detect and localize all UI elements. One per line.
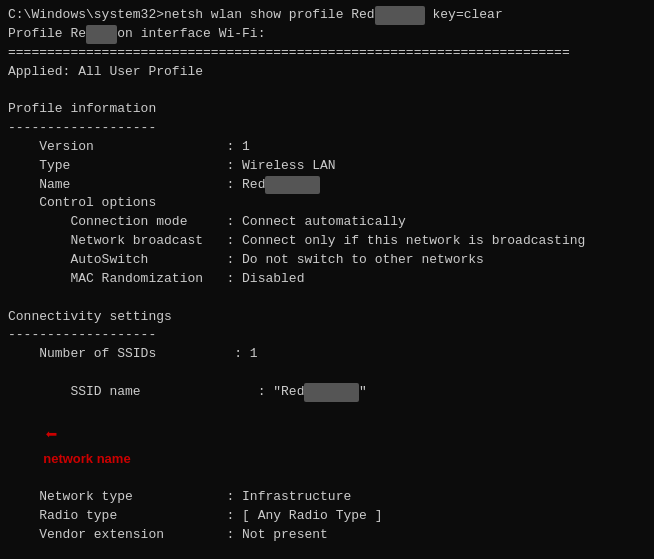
command-line: C:\Windows\system32>netsh wlan show prof… xyxy=(8,6,646,25)
separator-line-1: ========================================… xyxy=(8,44,646,63)
blank3 xyxy=(8,545,646,559)
vendor-ext-line: Vendor extension : Not present xyxy=(8,526,646,545)
profile-text2: on interface Wi-Fi: xyxy=(117,26,265,41)
redacted-profile xyxy=(86,25,117,44)
ssid-text2: " xyxy=(359,384,367,399)
control-options-line: Control options xyxy=(8,194,646,213)
name-line: Name : Red xyxy=(8,176,646,195)
terminal-window: C:\Windows\system32>netsh wlan show prof… xyxy=(0,0,654,559)
profile-line: Profile Re on interface Wi-Fi: xyxy=(8,25,646,44)
blank1 xyxy=(8,81,646,100)
type-line: Type : Wireless LAN xyxy=(8,157,646,176)
network-broadcast-line: Network broadcast : Connect only if this… xyxy=(8,232,646,251)
autoswitch-line: AutoSwitch : Do not switch to other netw… xyxy=(8,251,646,270)
name-text: Name : Red xyxy=(8,177,265,192)
mac-random-line: MAC Randomization : Disabled xyxy=(8,270,646,289)
num-ssids-line: Number of SSIDs : 1 xyxy=(8,345,646,364)
version-line: Version : 1 xyxy=(8,138,646,157)
blank2 xyxy=(8,289,646,308)
ssid-name-line: SSID name : "Red " ⬅ network name xyxy=(8,364,646,488)
redacted-ssid xyxy=(304,383,359,402)
network-arrow-icon: ⬅ xyxy=(45,424,57,447)
applied-line: Applied: All User Profile xyxy=(8,63,646,82)
network-name-annotation: network name xyxy=(43,451,130,466)
connectivity-header: Connectivity settings xyxy=(8,308,646,327)
network-type-line: Network type : Infrastructure xyxy=(8,488,646,507)
redacted-name xyxy=(265,176,320,195)
separator-3: ------------------- xyxy=(8,326,646,345)
cmd-text2: key=clear xyxy=(425,7,503,22)
profile-info-header: Profile information xyxy=(8,100,646,119)
radio-type-line: Radio type : [ Any Radio Type ] xyxy=(8,507,646,526)
profile-text1: Profile Re xyxy=(8,26,86,41)
redacted-hostname xyxy=(375,6,425,25)
cmd-text: C:\Windows\system32>netsh wlan show prof… xyxy=(8,7,375,22)
separator-2: ------------------- xyxy=(8,119,646,138)
ssid-text: SSID name : "Red xyxy=(39,384,304,399)
connection-mode-line: Connection mode : Connect automatically xyxy=(8,213,646,232)
